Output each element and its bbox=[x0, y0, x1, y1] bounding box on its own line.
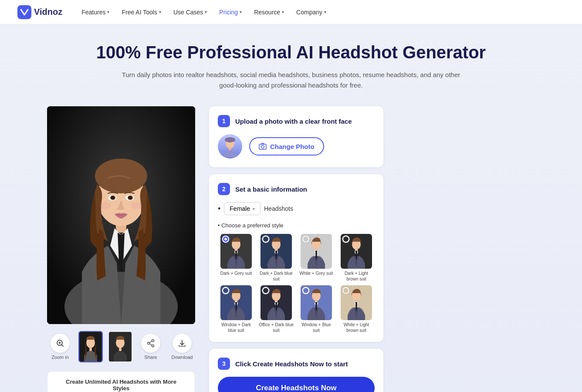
step2-header: 2 Set a basic information bbox=[218, 183, 375, 195]
thumbnail-2[interactable] bbox=[108, 331, 132, 362]
svg-point-14 bbox=[131, 202, 142, 209]
style-item-6[interactable]: Window + Blue suit bbox=[298, 285, 335, 333]
style-radio-3 bbox=[342, 236, 349, 243]
style-item-2[interactable]: White + Grey suit bbox=[298, 234, 335, 282]
svg-point-23 bbox=[152, 345, 154, 347]
nav-item-use-cases[interactable]: Use Cases ▾ bbox=[168, 6, 212, 18]
style-radio-5 bbox=[262, 287, 269, 294]
nav-item-features[interactable]: Features ▾ bbox=[76, 6, 115, 18]
nav-item-pricing[interactable]: Pricing ▾ bbox=[214, 6, 247, 18]
chevron-down-icon: ▾ bbox=[205, 10, 207, 14]
thumb-bg-2 bbox=[109, 332, 132, 362]
style-radio-0 bbox=[222, 236, 229, 243]
style-item-0[interactable]: Dark + Grey suit bbox=[218, 234, 254, 282]
thumbnail-controls: Zoom in bbox=[47, 331, 195, 362]
thumb-image-2 bbox=[109, 332, 131, 362]
style-item-3[interactable]: Dark + Light brown suit bbox=[338, 234, 375, 282]
controls-section: 1 Upload a photo with a clear front face bbox=[209, 106, 383, 392]
share-icon-wrap bbox=[141, 334, 160, 353]
step1-header: 1 Upload a photo with a clear front face bbox=[218, 115, 375, 127]
style-image-1 bbox=[261, 234, 292, 269]
thumb-bg-1 bbox=[79, 332, 102, 362]
svg-point-12 bbox=[129, 196, 132, 199]
upload-avatar bbox=[218, 134, 242, 159]
logo[interactable]: Vidnoz bbox=[17, 5, 62, 19]
zoom-in-icon-wrap bbox=[51, 334, 70, 353]
style-item-5[interactable]: Office + Dark blue suit bbox=[258, 285, 294, 333]
style-radio-1 bbox=[262, 236, 269, 243]
style-name-3: Dark + Light brown suit bbox=[338, 270, 375, 282]
change-photo-button[interactable]: Change Photo bbox=[249, 137, 324, 155]
style-image-2 bbox=[301, 234, 332, 269]
style-radio-4 bbox=[222, 287, 229, 294]
avatar-image bbox=[218, 134, 242, 159]
nav-item-free-ai-tools[interactable]: Free AI Tools ▾ bbox=[116, 6, 166, 18]
style-image-7 bbox=[341, 285, 372, 320]
nav-item-resource[interactable]: Resource ▾ bbox=[249, 6, 289, 18]
step1-title: Upload a photo with a clear front face bbox=[235, 118, 352, 125]
style-grid: Dark + Grey suit Dark + Dark blue suit bbox=[218, 234, 375, 333]
style-radio-6 bbox=[302, 287, 309, 294]
bullet-1: • bbox=[218, 204, 220, 213]
style-radio-2 bbox=[302, 236, 309, 243]
style-section-label: • Choose a preferred style bbox=[218, 222, 375, 229]
chevron-down-icon: ▾ bbox=[107, 10, 109, 14]
hero-title: 100% Free Professional AI Headshot Gener… bbox=[0, 42, 582, 63]
svg-point-13 bbox=[101, 202, 111, 209]
step2-badge: 2 bbox=[218, 183, 230, 195]
preview-image-wrapper bbox=[47, 106, 195, 324]
style-image-0 bbox=[220, 234, 252, 269]
style-name-5: Office + Dark blue suit bbox=[258, 322, 294, 333]
nav-item-company[interactable]: Company ▾ bbox=[291, 6, 332, 18]
style-name-2: White + Grey suit bbox=[300, 270, 333, 276]
style-image-6 bbox=[301, 285, 332, 320]
preview-section: Zoom in bbox=[47, 106, 195, 392]
svg-rect-21 bbox=[119, 348, 122, 351]
chevron-down-icon: ▾ bbox=[253, 206, 255, 211]
style-name-0: Dark + Grey suit bbox=[220, 270, 252, 276]
zoom-in-button[interactable]: Zoom in bbox=[47, 334, 73, 360]
style-item-7[interactable]: White + Light brown suit bbox=[338, 285, 375, 333]
style-name-6: Window + Blue suit bbox=[298, 322, 335, 333]
svg-rect-18 bbox=[89, 348, 92, 351]
download-button[interactable]: Download bbox=[169, 334, 195, 360]
svg-point-11 bbox=[111, 196, 115, 199]
step1-badge: 1 bbox=[218, 115, 230, 127]
download-icon-wrap bbox=[173, 334, 192, 353]
style-image-3 bbox=[341, 234, 372, 269]
style-item-4[interactable]: Window + Dark blue suit bbox=[218, 285, 254, 333]
step3-badge: 3 bbox=[218, 358, 230, 370]
hero-subtitle: Turn daily photos into realtor headshots… bbox=[117, 70, 465, 91]
svg-point-22 bbox=[152, 340, 154, 342]
logo-icon bbox=[17, 5, 31, 19]
step2-title: Set a basic information bbox=[235, 186, 307, 193]
gender-select[interactable]: Female ▾ bbox=[224, 202, 261, 215]
style-image-5 bbox=[261, 285, 292, 320]
navbar: Vidnoz Features ▾ Free AI Tools ▾ Use Ca… bbox=[0, 0, 582, 24]
share-icon bbox=[146, 339, 155, 348]
camera-icon bbox=[259, 142, 267, 150]
main-layout: Zoom in bbox=[30, 106, 552, 392]
headshots-label: Headshots bbox=[264, 205, 293, 212]
svg-rect-0 bbox=[17, 5, 31, 19]
step1-card: 1 Upload a photo with a clear front face bbox=[209, 106, 383, 167]
svg-point-24 bbox=[148, 342, 150, 345]
svg-point-29 bbox=[261, 145, 264, 149]
preview-image bbox=[47, 106, 195, 324]
create-headshots-button[interactable]: Create Headshots Now bbox=[218, 377, 375, 392]
thumb-image-1 bbox=[80, 332, 102, 362]
chevron-down-icon: ▾ bbox=[324, 10, 326, 14]
style-name-1: Dark + Dark blue suit bbox=[258, 270, 294, 282]
style-item-1[interactable]: Dark + Dark blue suit bbox=[258, 234, 294, 282]
bottom-banner: Create Unlimited AI Headshots with More … bbox=[47, 371, 195, 392]
step3-card: 3 Click Create Headshots Now to start Cr… bbox=[209, 349, 383, 392]
step3-title: Click Create Headshots Now to start bbox=[235, 360, 348, 368]
nav-links: Features ▾ Free AI Tools ▾ Use Cases ▾ P… bbox=[76, 6, 565, 18]
share-button[interactable]: Share bbox=[138, 334, 164, 360]
svg-rect-26 bbox=[229, 148, 231, 150]
chevron-down-icon: ▾ bbox=[282, 10, 284, 14]
chevron-down-icon: ▾ bbox=[240, 10, 242, 14]
style-radio-7 bbox=[342, 287, 349, 294]
style-image-4 bbox=[220, 285, 252, 320]
thumbnail-1[interactable] bbox=[78, 331, 103, 362]
